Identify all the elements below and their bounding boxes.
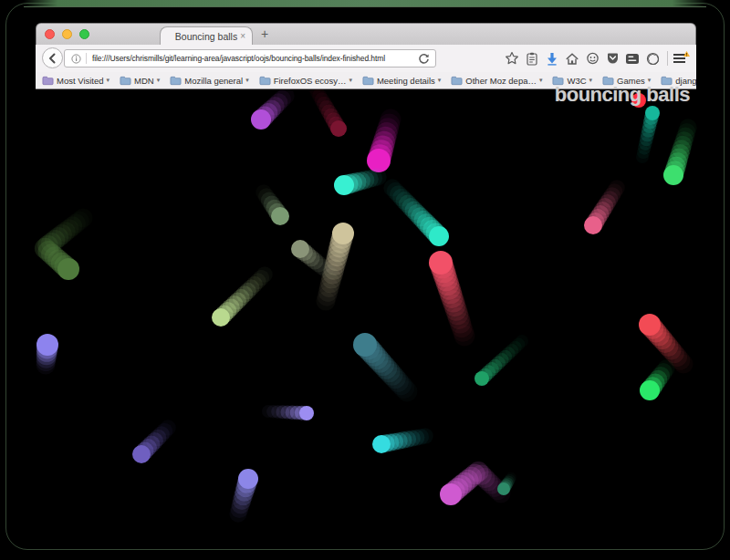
reload-icon (418, 53, 430, 65)
home-icon (565, 52, 579, 66)
hello-button[interactable] (582, 45, 602, 72)
home-button[interactable] (562, 45, 582, 72)
hello-smiley-icon (586, 52, 600, 66)
reload-button[interactable] (418, 53, 430, 65)
bookmark-folder[interactable]: Other Moz depa… ▾ (451, 76, 542, 86)
bookmark-folder[interactable]: FirefoxOS ecosy… ▾ (259, 76, 352, 86)
download-icon (546, 52, 558, 66)
browser-window: Bouncing balls × + file:///Users/chrismi… (36, 23, 696, 548)
navigation-toolbar: file:///Users/chrismills/git/learning-ar… (36, 45, 696, 72)
bookmark-label: Other Moz depa… (465, 76, 537, 86)
page-content: bouncing balls (36, 89, 696, 549)
zoom-window-button[interactable] (79, 29, 89, 39)
folder-icon (259, 76, 271, 86)
new-tab-button[interactable]: + (261, 26, 268, 41)
toolbar-separator (667, 51, 668, 66)
back-button[interactable] (42, 47, 63, 68)
window-controls (45, 29, 89, 39)
pocket-icon (606, 52, 620, 66)
folder-icon (120, 76, 131, 86)
bookmark-folder[interactable]: MDN ▾ (120, 76, 160, 86)
page-info-icon[interactable] (71, 54, 81, 64)
url-text[interactable]: file:///Users/chrismills/git/learning-ar… (92, 54, 414, 63)
folder-icon (170, 76, 182, 86)
tab-close-icon[interactable]: × (240, 30, 245, 42)
reader-list-button[interactable] (522, 45, 542, 72)
video-badge-button[interactable] (622, 45, 642, 72)
services-button[interactable] (642, 45, 662, 72)
close-window-button[interactable] (45, 29, 55, 39)
bookmark-folder[interactable]: Mozilla general ▾ (170, 76, 248, 86)
folder-icon (362, 76, 374, 86)
bookmark-star-button[interactable] (502, 45, 522, 72)
pocket-button[interactable] (602, 45, 622, 72)
bookmark-label: Most Visited (57, 76, 104, 86)
back-icon (47, 53, 58, 64)
bookmark-label: FirefoxOS ecosy… (274, 76, 347, 86)
url-bar[interactable]: file:///Users/chrismills/git/learning-ar… (64, 49, 436, 67)
chevron-down-icon: ▾ (107, 77, 110, 84)
chevron-down-icon: ▾ (438, 77, 442, 84)
video-badge-icon (625, 53, 640, 65)
tab-bouncing-balls[interactable]: Bouncing balls × (160, 26, 253, 46)
bookmark-label: Meeting details (377, 76, 435, 86)
tab-bar: Bouncing balls × + (36, 23, 696, 45)
menu-button[interactable] (670, 45, 692, 72)
tab-title: Bouncing balls (175, 31, 237, 42)
folder-icon (451, 76, 463, 86)
bookmark-label: MDN (134, 76, 154, 86)
screen: Bouncing balls × + file:///Users/chrismi… (0, 0, 730, 560)
menu-hamburger-icon (672, 50, 690, 67)
bookmark-label: Mozilla general (184, 76, 243, 86)
reader-clipboard-icon (526, 52, 538, 66)
chevron-down-icon: ▾ (349, 77, 352, 84)
chevron-down-icon: ▾ (157, 77, 161, 84)
bookmark-folder[interactable]: Most Visited ▾ (42, 76, 110, 86)
downloads-button[interactable] (542, 45, 562, 72)
minimize-window-button[interactable] (62, 29, 72, 39)
chevron-down-icon: ▾ (245, 77, 249, 84)
folder-icon (42, 76, 54, 86)
services-swirl-icon (646, 52, 660, 66)
chevron-down-icon: ▾ (539, 77, 543, 84)
screen-top-glow (24, 0, 706, 6)
bookmark-star-icon (505, 51, 519, 66)
toolbar-buttons (502, 45, 662, 72)
bookmark-folder[interactable]: Meeting details ▾ (362, 76, 441, 86)
url-divider (86, 53, 87, 64)
page-title: bouncing balls (555, 86, 690, 104)
